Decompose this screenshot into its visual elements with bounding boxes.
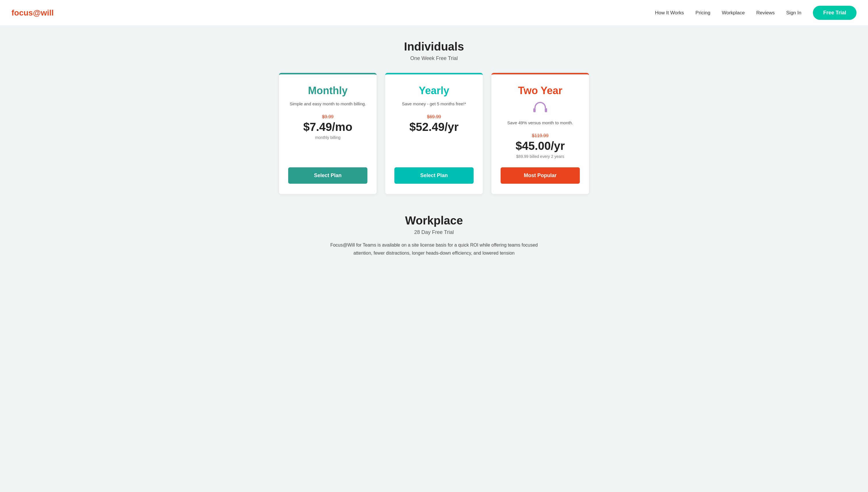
workplace-desc: Focus@Will for Teams is available on a s… [325,241,543,258]
yearly-select-plan-button[interactable]: Select Plan [394,167,474,184]
twoyear-current-price: $45.00/yr [516,140,565,152]
yearly-current-price: $52.49/yr [409,121,458,133]
monthly-billing-note: monthly billing [315,135,341,140]
twoyear-original-price: $119.99 [532,133,548,138]
free-trial-button[interactable]: Free Trial [813,6,857,20]
nav-pricing[interactable]: Pricing [695,10,711,16]
twoyear-plan-card: Two Year Save 49% versus month to month.… [491,73,589,194]
individuals-title: Individuals [6,40,862,53]
workplace-subtitle: 28 Day Free Trial [325,229,543,236]
yearly-plan-name: Yearly [419,85,449,97]
twoyear-most-popular-button[interactable]: Most Popular [501,167,580,184]
headphones-icon [532,101,548,116]
logo[interactable]: focus@will [11,8,54,18]
monthly-select-plan-button[interactable]: Select Plan [288,167,367,184]
nav-workplace[interactable]: Workplace [722,10,745,16]
twoyear-billing-note: $89.99 billed every 2 years [516,154,564,159]
pricing-grid: Monthly Simple and easy month to month b… [262,73,606,194]
monthly-plan-desc: Simple and easy month to month billing. [290,101,366,107]
navbar: focus@will How It Works Pricing Workplac… [0,0,868,26]
twoyear-plan-desc: Save 49% versus month to month. [507,120,573,126]
nav-reviews[interactable]: Reviews [757,10,775,16]
logo-at: @ [33,8,41,17]
yearly-original-price: $69.99 [427,114,441,119]
individuals-subtitle: One Week Free Trial [6,55,862,62]
nav-sign-in[interactable]: Sign In [786,10,801,16]
monthly-plan-name: Monthly [308,85,348,97]
workplace-title: Workplace [325,214,543,227]
logo-will: will [41,8,54,17]
logo-text: focus [11,8,33,17]
nav-links: How It Works Pricing Workplace Reviews S… [655,10,801,16]
yearly-plan-card: Yearly Save money - get 5 months free!* … [385,73,483,194]
workplace-section: Workplace 28 Day Free Trial Focus@Will f… [319,214,549,258]
twoyear-plan-name: Two Year [518,85,563,97]
svg-rect-0 [533,108,536,112]
monthly-original-price: $9.99 [322,114,333,119]
svg-rect-1 [545,108,547,112]
monthly-plan-card: Monthly Simple and easy month to month b… [279,73,377,194]
monthly-current-price: $7.49/mo [303,121,352,133]
yearly-plan-desc: Save money - get 5 months free!* [402,101,466,107]
nav-how-it-works[interactable]: How It Works [655,10,684,16]
main-content: Individuals One Week Free Trial Monthly … [0,26,868,275]
